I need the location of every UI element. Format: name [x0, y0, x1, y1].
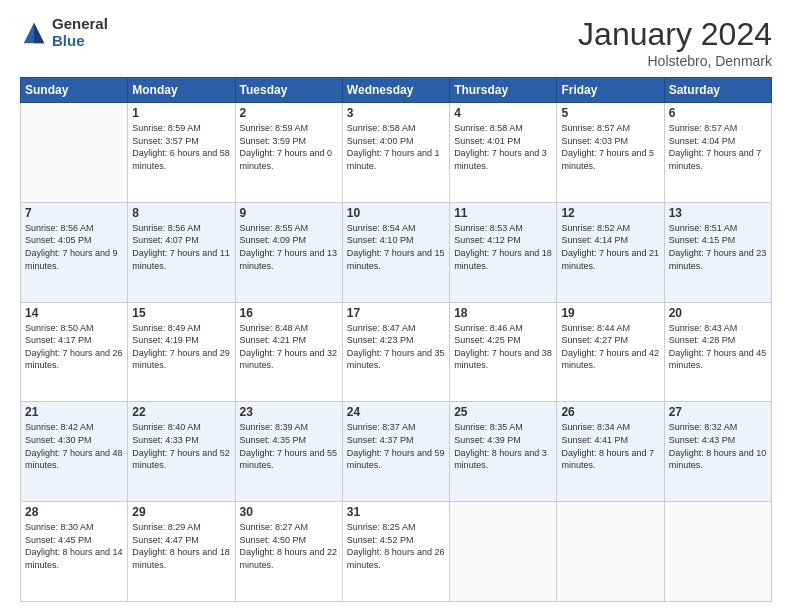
- calendar-cell-w1-d3: 2Sunrise: 8:59 AMSunset: 3:59 PMDaylight…: [235, 103, 342, 203]
- calendar-cell-w3-d2: 15Sunrise: 8:49 AMSunset: 4:19 PMDayligh…: [128, 302, 235, 402]
- day-info: Sunrise: 8:37 AMSunset: 4:37 PMDaylight:…: [347, 421, 445, 471]
- page: General Blue January 2024 Holstebro, Den…: [0, 0, 792, 612]
- calendar-week-1: 1Sunrise: 8:59 AMSunset: 3:57 PMDaylight…: [21, 103, 772, 203]
- day-info: Sunrise: 8:57 AMSunset: 4:03 PMDaylight:…: [561, 122, 659, 172]
- calendar-cell-w5-d5: [450, 502, 557, 602]
- day-info: Sunrise: 8:34 AMSunset: 4:41 PMDaylight:…: [561, 421, 659, 471]
- day-number: 30: [240, 505, 338, 519]
- calendar-cell-w2-d2: 8Sunrise: 8:56 AMSunset: 4:07 PMDaylight…: [128, 202, 235, 302]
- header-saturday: Saturday: [664, 78, 771, 103]
- calendar-cell-w5-d4: 31Sunrise: 8:25 AMSunset: 4:52 PMDayligh…: [342, 502, 449, 602]
- day-info: Sunrise: 8:35 AMSunset: 4:39 PMDaylight:…: [454, 421, 552, 471]
- calendar-cell-w3-d1: 14Sunrise: 8:50 AMSunset: 4:17 PMDayligh…: [21, 302, 128, 402]
- day-info: Sunrise: 8:25 AMSunset: 4:52 PMDaylight:…: [347, 521, 445, 571]
- logo-blue-text: Blue: [52, 33, 108, 50]
- day-info: Sunrise: 8:50 AMSunset: 4:17 PMDaylight:…: [25, 322, 123, 372]
- day-number: 10: [347, 206, 445, 220]
- calendar-cell-w4-d6: 26Sunrise: 8:34 AMSunset: 4:41 PMDayligh…: [557, 402, 664, 502]
- day-number: 22: [132, 405, 230, 419]
- day-info: Sunrise: 8:59 AMSunset: 3:59 PMDaylight:…: [240, 122, 338, 172]
- header: General Blue January 2024 Holstebro, Den…: [20, 16, 772, 69]
- day-number: 14: [25, 306, 123, 320]
- day-number: 1: [132, 106, 230, 120]
- calendar-cell-w1-d2: 1Sunrise: 8:59 AMSunset: 3:57 PMDaylight…: [128, 103, 235, 203]
- calendar-cell-w3-d5: 18Sunrise: 8:46 AMSunset: 4:25 PMDayligh…: [450, 302, 557, 402]
- month-title: January 2024: [578, 16, 772, 53]
- day-number: 8: [132, 206, 230, 220]
- header-sunday: Sunday: [21, 78, 128, 103]
- logo-icon: [20, 19, 48, 47]
- header-friday: Friday: [557, 78, 664, 103]
- day-info: Sunrise: 8:44 AMSunset: 4:27 PMDaylight:…: [561, 322, 659, 372]
- day-info: Sunrise: 8:40 AMSunset: 4:33 PMDaylight:…: [132, 421, 230, 471]
- calendar-week-5: 28Sunrise: 8:30 AMSunset: 4:45 PMDayligh…: [21, 502, 772, 602]
- day-number: 18: [454, 306, 552, 320]
- day-info: Sunrise: 8:56 AMSunset: 4:07 PMDaylight:…: [132, 222, 230, 272]
- day-info: Sunrise: 8:56 AMSunset: 4:05 PMDaylight:…: [25, 222, 123, 272]
- calendar-week-3: 14Sunrise: 8:50 AMSunset: 4:17 PMDayligh…: [21, 302, 772, 402]
- calendar-cell-w2-d4: 10Sunrise: 8:54 AMSunset: 4:10 PMDayligh…: [342, 202, 449, 302]
- day-number: 11: [454, 206, 552, 220]
- calendar-cell-w5-d3: 30Sunrise: 8:27 AMSunset: 4:50 PMDayligh…: [235, 502, 342, 602]
- day-number: 31: [347, 505, 445, 519]
- day-number: 12: [561, 206, 659, 220]
- calendar-cell-w2-d5: 11Sunrise: 8:53 AMSunset: 4:12 PMDayligh…: [450, 202, 557, 302]
- day-number: 6: [669, 106, 767, 120]
- calendar-cell-w3-d3: 16Sunrise: 8:48 AMSunset: 4:21 PMDayligh…: [235, 302, 342, 402]
- title-block: January 2024 Holstebro, Denmark: [578, 16, 772, 69]
- calendar-cell-w4-d1: 21Sunrise: 8:42 AMSunset: 4:30 PMDayligh…: [21, 402, 128, 502]
- day-info: Sunrise: 8:46 AMSunset: 4:25 PMDaylight:…: [454, 322, 552, 372]
- calendar-week-4: 21Sunrise: 8:42 AMSunset: 4:30 PMDayligh…: [21, 402, 772, 502]
- day-number: 2: [240, 106, 338, 120]
- location: Holstebro, Denmark: [578, 53, 772, 69]
- svg-marker-1: [34, 22, 44, 43]
- day-number: 7: [25, 206, 123, 220]
- day-info: Sunrise: 8:57 AMSunset: 4:04 PMDaylight:…: [669, 122, 767, 172]
- day-number: 23: [240, 405, 338, 419]
- calendar-cell-w5-d6: [557, 502, 664, 602]
- calendar-header-row: Sunday Monday Tuesday Wednesday Thursday…: [21, 78, 772, 103]
- day-info: Sunrise: 8:54 AMSunset: 4:10 PMDaylight:…: [347, 222, 445, 272]
- header-thursday: Thursday: [450, 78, 557, 103]
- calendar-week-2: 7Sunrise: 8:56 AMSunset: 4:05 PMDaylight…: [21, 202, 772, 302]
- day-number: 27: [669, 405, 767, 419]
- day-info: Sunrise: 8:58 AMSunset: 4:00 PMDaylight:…: [347, 122, 445, 172]
- day-number: 24: [347, 405, 445, 419]
- calendar-cell-w4-d7: 27Sunrise: 8:32 AMSunset: 4:43 PMDayligh…: [664, 402, 771, 502]
- calendar-cell-w2-d1: 7Sunrise: 8:56 AMSunset: 4:05 PMDaylight…: [21, 202, 128, 302]
- day-info: Sunrise: 8:32 AMSunset: 4:43 PMDaylight:…: [669, 421, 767, 471]
- day-info: Sunrise: 8:39 AMSunset: 4:35 PMDaylight:…: [240, 421, 338, 471]
- day-info: Sunrise: 8:30 AMSunset: 4:45 PMDaylight:…: [25, 521, 123, 571]
- calendar-cell-w5-d7: [664, 502, 771, 602]
- calendar-cell-w4-d2: 22Sunrise: 8:40 AMSunset: 4:33 PMDayligh…: [128, 402, 235, 502]
- calendar-cell-w1-d4: 3Sunrise: 8:58 AMSunset: 4:00 PMDaylight…: [342, 103, 449, 203]
- day-number: 4: [454, 106, 552, 120]
- day-info: Sunrise: 8:27 AMSunset: 4:50 PMDaylight:…: [240, 521, 338, 571]
- calendar-cell-w1-d7: 6Sunrise: 8:57 AMSunset: 4:04 PMDaylight…: [664, 103, 771, 203]
- day-info: Sunrise: 8:52 AMSunset: 4:14 PMDaylight:…: [561, 222, 659, 272]
- calendar-table: Sunday Monday Tuesday Wednesday Thursday…: [20, 77, 772, 602]
- day-number: 5: [561, 106, 659, 120]
- calendar-cell-w1-d5: 4Sunrise: 8:58 AMSunset: 4:01 PMDaylight…: [450, 103, 557, 203]
- calendar-cell-w4-d3: 23Sunrise: 8:39 AMSunset: 4:35 PMDayligh…: [235, 402, 342, 502]
- day-number: 20: [669, 306, 767, 320]
- day-info: Sunrise: 8:58 AMSunset: 4:01 PMDaylight:…: [454, 122, 552, 172]
- day-number: 9: [240, 206, 338, 220]
- day-info: Sunrise: 8:49 AMSunset: 4:19 PMDaylight:…: [132, 322, 230, 372]
- calendar-cell-w2-d6: 12Sunrise: 8:52 AMSunset: 4:14 PMDayligh…: [557, 202, 664, 302]
- header-tuesday: Tuesday: [235, 78, 342, 103]
- calendar-cell-w3-d4: 17Sunrise: 8:47 AMSunset: 4:23 PMDayligh…: [342, 302, 449, 402]
- logo-text: General Blue: [52, 16, 108, 49]
- day-info: Sunrise: 8:55 AMSunset: 4:09 PMDaylight:…: [240, 222, 338, 272]
- day-info: Sunrise: 8:47 AMSunset: 4:23 PMDaylight:…: [347, 322, 445, 372]
- day-info: Sunrise: 8:51 AMSunset: 4:15 PMDaylight:…: [669, 222, 767, 272]
- calendar-cell-w4-d5: 25Sunrise: 8:35 AMSunset: 4:39 PMDayligh…: [450, 402, 557, 502]
- day-info: Sunrise: 8:29 AMSunset: 4:47 PMDaylight:…: [132, 521, 230, 571]
- calendar-cell-w5-d2: 29Sunrise: 8:29 AMSunset: 4:47 PMDayligh…: [128, 502, 235, 602]
- day-number: 29: [132, 505, 230, 519]
- calendar-cell-w5-d1: 28Sunrise: 8:30 AMSunset: 4:45 PMDayligh…: [21, 502, 128, 602]
- logo-general-text: General: [52, 16, 108, 33]
- day-info: Sunrise: 8:43 AMSunset: 4:28 PMDaylight:…: [669, 322, 767, 372]
- day-number: 19: [561, 306, 659, 320]
- calendar-cell-w1-d6: 5Sunrise: 8:57 AMSunset: 4:03 PMDaylight…: [557, 103, 664, 203]
